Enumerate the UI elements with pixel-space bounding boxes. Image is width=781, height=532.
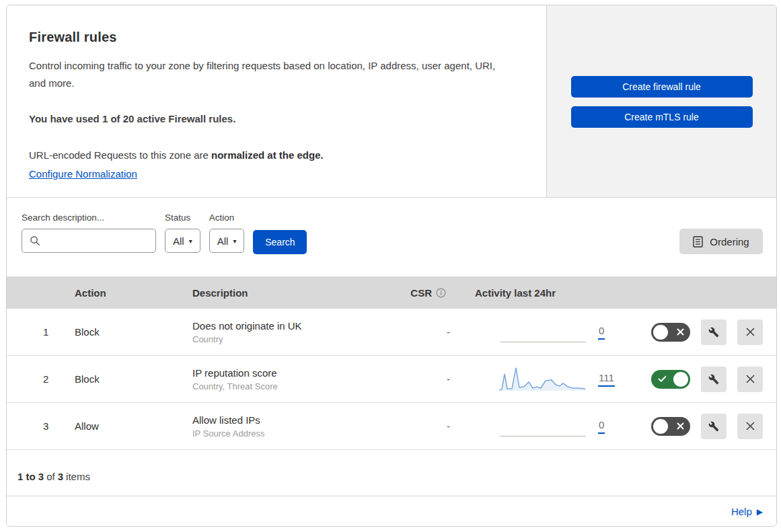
x-icon (745, 327, 755, 337)
rule-controls (626, 319, 776, 345)
edit-rule-button[interactable] (701, 414, 727, 439)
activity-count-link[interactable]: 0 (598, 325, 605, 340)
normalization-prefix: URL-encoded Requests to this zone are (29, 149, 211, 161)
table-header: Action Description CSR Activity last 24h… (7, 276, 776, 309)
wrench-icon (708, 374, 719, 385)
rule-fields: Country (192, 334, 404, 344)
header-activity: Activity last 24hr (472, 287, 626, 299)
filter-bar: Search description... Status All ▾ Actio… (7, 198, 776, 276)
chevron-down-icon: ▾ (189, 237, 192, 245)
rule-activity-cell: 0 (472, 319, 626, 346)
header-csr-label: CSR (410, 287, 432, 299)
info-icon[interactable] (436, 288, 446, 298)
search-input[interactable] (46, 235, 150, 246)
toggle-knob (653, 419, 668, 434)
check-icon (658, 370, 667, 389)
cross-icon (677, 417, 684, 436)
search-icon (30, 235, 40, 246)
ordering-list-icon (693, 236, 703, 248)
header-section: Firewall rules Control incoming traffic … (7, 5, 776, 198)
action-label: Action (209, 213, 245, 223)
rule-priority: 1 (7, 326, 75, 338)
rule-action: Allow (75, 420, 192, 432)
usage-text: You have used 1 of 20 active Firewall ru… (29, 110, 506, 128)
intro-panel: Firewall rules Control incoming traffic … (7, 5, 547, 197)
rule-description-cell: Allow listed IPs IP Source Address (192, 414, 404, 439)
create-mtls-rule-button[interactable]: Create mTLS rule (571, 106, 753, 128)
activity-sparkline (498, 366, 586, 393)
help-link[interactable]: Help ▶ (731, 506, 763, 517)
x-icon (745, 374, 755, 384)
normalization-text: URL-encoded Requests to this zone are no… (29, 147, 506, 164)
rule-csr: - (447, 420, 472, 432)
table-row: 2 Block IP reputation score Country, Thr… (7, 356, 776, 403)
pagination-total: 3 (58, 471, 63, 482)
table-row: 3 Allow Allow listed IPs IP Source Addre… (7, 403, 776, 450)
rule-action: Block (75, 373, 192, 385)
pagination-bar: 1 to 3 of 3 items (7, 450, 776, 496)
rule-activity-cell: 0 (472, 413, 626, 440)
page-description: Control incoming traffic to your zone by… (29, 57, 506, 93)
status-value: All (173, 235, 184, 247)
action-dropdown[interactable]: All ▾ (209, 229, 245, 253)
firewall-rules-card: Firewall rules Control incoming traffic … (6, 5, 777, 527)
arrow-right-icon: ▶ (757, 508, 763, 516)
rule-activity-cell: 111 (472, 366, 626, 393)
edit-rule-button[interactable] (701, 319, 727, 345)
header-description: Description (192, 287, 404, 299)
enable-toggle[interactable] (651, 417, 690, 436)
rule-priority: 2 (7, 373, 75, 385)
status-dropdown[interactable]: All ▾ (165, 229, 200, 253)
pagination-of: of (46, 471, 55, 482)
rule-controls (626, 414, 776, 439)
x-icon (745, 421, 755, 431)
rule-description-cell: Does not originate in UK Country (192, 320, 404, 344)
rule-priority: 3 (7, 420, 75, 432)
create-firewall-rule-button[interactable]: Create firewall rule (571, 76, 753, 98)
enable-toggle[interactable] (651, 370, 690, 389)
activity-sparkline (498, 319, 586, 346)
wrench-icon (708, 327, 719, 338)
pagination-range: 1 to 3 (17, 471, 44, 482)
status-label: Status (165, 213, 200, 223)
normalization-bold: normalized at the edge. (211, 149, 324, 161)
rule-csr: - (447, 326, 472, 338)
rule-action: Block (75, 326, 192, 338)
ordering-button[interactable]: Ordering (679, 229, 763, 254)
rule-fields: IP Source Address (192, 428, 404, 439)
search-button[interactable]: Search (253, 230, 307, 254)
ordering-button-label: Ordering (710, 236, 749, 248)
help-link-label: Help (731, 506, 752, 517)
header-action: Action (75, 287, 192, 299)
activity-sparkline (498, 413, 586, 440)
table-row: 1 Block Does not originate in UK Country… (7, 309, 776, 356)
toggle-knob (653, 325, 668, 340)
wrench-icon (708, 421, 719, 432)
rule-csr: - (447, 373, 472, 385)
delete-rule-button[interactable] (737, 319, 763, 345)
action-value: All (217, 235, 229, 247)
rule-controls (626, 367, 776, 392)
rule-description: Does not originate in UK (192, 320, 404, 332)
rule-fields: Country, Threat Score (192, 381, 404, 391)
delete-rule-button[interactable] (737, 367, 763, 392)
activity-count-link[interactable]: 0 (598, 419, 605, 434)
help-bar: Help ▶ (7, 496, 776, 527)
enable-toggle[interactable] (651, 323, 690, 342)
header-csr: CSR (410, 287, 472, 299)
edit-rule-button[interactable] (701, 367, 727, 392)
toggle-knob (673, 372, 688, 387)
search-description-label: Search description... (22, 213, 156, 223)
actions-panel: Create firewall rule Create mTLS rule (547, 5, 776, 197)
pagination-items: items (66, 471, 90, 482)
rule-description: Allow listed IPs (192, 414, 404, 426)
activity-count-link[interactable]: 111 (598, 372, 615, 387)
page-title: Firewall rules (29, 30, 506, 45)
delete-rule-button[interactable] (737, 414, 763, 439)
cross-icon (677, 323, 684, 342)
chevron-down-icon: ▾ (233, 237, 236, 245)
search-box[interactable] (22, 229, 156, 253)
rule-description: IP reputation score (192, 367, 404, 379)
rule-description-cell: IP reputation score Country, Threat Scor… (192, 367, 404, 391)
configure-normalization-link[interactable]: Configure Normalization (29, 168, 137, 180)
